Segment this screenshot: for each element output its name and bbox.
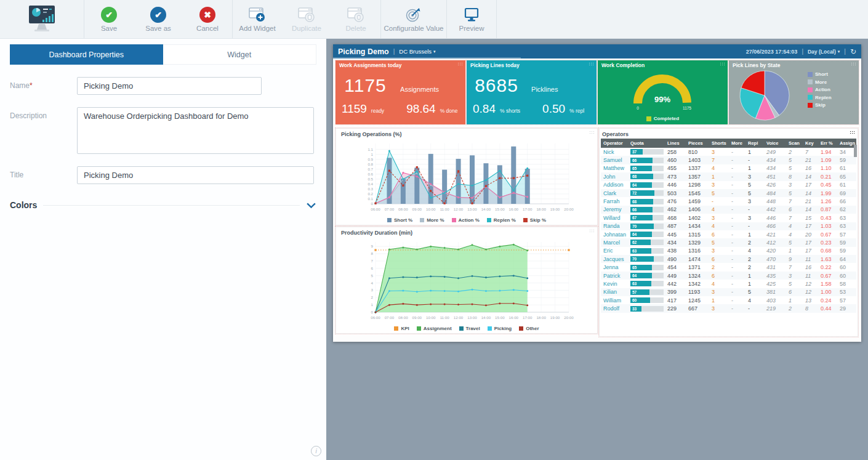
table-cell: -: [729, 181, 745, 189]
table-row[interactable]: Randa7048714344--4664171.0363: [601, 222, 856, 230]
widget-work-assignments[interactable]: Work Assignments today 1175 Assignments …: [336, 60, 465, 124]
table-column-header[interactable]: Lines: [665, 139, 686, 148]
widget-drag-handle-icon[interactable]: [589, 229, 595, 233]
table-row[interactable]: Farrah684761459--34487211.2666: [601, 197, 856, 205]
tab-widget[interactable]: Widget: [163, 44, 317, 65]
table-cell: 3: [709, 214, 729, 222]
table-row[interactable]: Clark7250315455-54845141.9969: [601, 189, 856, 197]
table-row[interactable]: Matthew6545513374-14345161.1061: [601, 164, 856, 172]
add-widget-button[interactable]: Add Widget: [233, 0, 282, 38]
table-row[interactable]: Kilian5739911933-53816121.0053: [601, 288, 856, 296]
table-column-header[interactable]: Operator: [601, 139, 628, 148]
table-column-header[interactable]: Voice: [764, 139, 786, 148]
dashboard-canvas: Picking Demo | DC Brussels ▾ 27/06/2023 …: [333, 44, 861, 342]
legend-swatch: [417, 326, 421, 331]
operators-table[interactable]: OperatorQuotaLinesPiecesShortsMoreReplVo…: [600, 139, 858, 313]
info-icon[interactable]: i: [311, 446, 321, 456]
cancel-label: Cancel: [196, 25, 219, 32]
table-cell: 17: [803, 238, 818, 246]
table-row[interactable]: Eric6343813163-44201170.6859: [601, 247, 856, 255]
cancel-button[interactable]: ✖ Cancel: [183, 0, 232, 38]
widget-drag-handle-icon[interactable]: [720, 62, 725, 66]
table-row[interactable]: Patrick6444913246-14353110.6760: [601, 272, 856, 280]
preview-button[interactable]: Preview: [447, 0, 496, 38]
title-label: Title: [10, 166, 77, 184]
widget-picking-operations[interactable]: Picking Operations (%) 06:0007:0008:0009…: [336, 128, 598, 225]
table-cell: 0.67: [818, 230, 837, 238]
delete-button[interactable]: Delete: [331, 0, 380, 38]
table-row[interactable]: Jeremy6646214064--4426140.8762: [601, 206, 856, 214]
title-input[interactable]: [77, 166, 314, 184]
widget-work-completion[interactable]: Work Completion 0117599% Completed: [598, 60, 728, 124]
quota-bar-cell: 66: [628, 156, 665, 164]
table-column-header[interactable]: Scan: [786, 139, 803, 148]
widget-drag-handle-icon[interactable]: [589, 62, 594, 66]
table-scrollbar[interactable]: [854, 145, 857, 157]
name-input[interactable]: [77, 77, 262, 95]
divider: |: [844, 48, 846, 55]
widget-drag-handle-icon[interactable]: [851, 62, 856, 66]
colors-section-header[interactable]: Colors: [10, 200, 316, 210]
table-column-header[interactable]: Shorts: [709, 139, 729, 148]
svg-text:1: 1: [371, 152, 374, 156]
chevron-down-icon[interactable]: [306, 202, 316, 209]
table-cell: 1545: [686, 189, 709, 197]
save-button[interactable]: ✔ Save: [84, 0, 134, 38]
table-row[interactable]: Marcel6243413295-24125170.2359: [601, 238, 856, 246]
table-cell: -: [745, 304, 764, 312]
table-column-header[interactable]: More: [729, 139, 745, 148]
kpi-label: ready: [371, 108, 384, 114]
dashboard-app-logo-icon: [24, 5, 60, 33]
legend-swatch: [808, 103, 813, 108]
table-row[interactable]: Rodolf332296673--219280.4429: [601, 304, 856, 312]
table-column-header[interactable]: Quota: [628, 139, 665, 148]
table-cell: 7: [786, 197, 803, 205]
kpi-label: Assignments: [395, 86, 439, 93]
quota-bar-cell: 57: [628, 288, 665, 296]
table-column-header[interactable]: Pieces: [686, 139, 709, 148]
panel-tabs: Dashboard Properties Widget: [10, 44, 316, 65]
widget-picking-lines[interactable]: Picking Lines today 8685 Picklines 0.84 …: [467, 60, 597, 124]
configurable-value-button[interactable]: Configurable Value: [381, 0, 446, 38]
table-column-header[interactable]: Err %: [818, 139, 837, 148]
add-widget-icon: [248, 7, 267, 23]
widget-drag-handle-icon[interactable]: [457, 62, 463, 66]
add-widget-label: Add Widget: [239, 25, 275, 32]
location-caret-icon[interactable]: ▾: [433, 49, 436, 54]
tab-dashboard-properties[interactable]: Dashboard Properties: [10, 44, 163, 65]
description-input[interactable]: Warehouse Orderpicking Dashboard for Dem…: [77, 107, 314, 154]
table-row[interactable]: Johnatan6444513156-14214200.6757: [601, 230, 856, 238]
table-row[interactable]: Kevin6344213424-14255121.5858: [601, 280, 856, 288]
save-as-button[interactable]: ✔ Save as: [134, 0, 183, 38]
table-cell: Johnatan: [601, 230, 628, 238]
widget-drag-handle-icon[interactable]: [850, 131, 855, 134]
widget-operators-table[interactable]: Operators OperatorQuotaLinesPiecesShorts…: [599, 128, 858, 337]
table-cell: 462: [665, 206, 686, 214]
widget-productivity-duration[interactable]: Productivity Duration (min) 06:0007:0008…: [336, 227, 598, 334]
widget-pick-lines-by-state[interactable]: Pick Lines by State ShortMoreActionReple…: [729, 60, 859, 124]
table-row[interactable]: William6041712451-44031130.2457: [601, 296, 856, 304]
table-column-header[interactable]: Key: [803, 139, 818, 148]
table-row[interactable]: John6847313571-34518140.2165: [601, 172, 856, 180]
widget-drag-handle-icon[interactable]: [589, 131, 595, 134]
table-cell: 1: [709, 296, 729, 304]
table-row[interactable]: Addison6444612983-54263170.4561: [601, 181, 856, 189]
table-row[interactable]: Willard6746814023-34467150.4363: [601, 214, 856, 222]
location-selector[interactable]: DC Brussels: [399, 48, 432, 55]
table-row[interactable]: Nick372588103-1249271.9434: [601, 148, 856, 156]
legend-item: Replen %: [487, 217, 516, 223]
legend-label: More: [815, 79, 827, 85]
table-cell: 17: [803, 181, 818, 189]
table-cell: Jeremy: [601, 206, 628, 214]
svg-text:18:00: 18:00: [536, 207, 546, 211]
table-row[interactable]: Jenna6545413712-24317160.2260: [601, 263, 856, 271]
duplicate-button[interactable]: Duplicate: [282, 0, 331, 38]
period-caret-icon[interactable]: ▾: [838, 49, 840, 54]
table-cell: -: [729, 189, 745, 197]
period-selector[interactable]: Day (Local): [808, 49, 836, 55]
legend-item: Skip: [808, 102, 826, 108]
refresh-icon[interactable]: ↻: [850, 48, 856, 55]
table-row[interactable]: Samuel6646014037--4345211.0959: [601, 156, 856, 164]
table-row[interactable]: Jacques7049014746-24709111.6364: [601, 255, 856, 263]
table-column-header[interactable]: Repl: [745, 139, 764, 148]
